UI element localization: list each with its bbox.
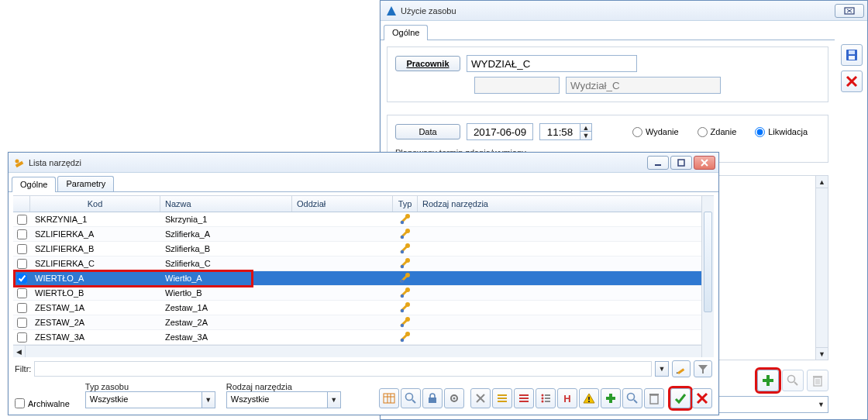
table-row[interactable]: ZESTAW_2AZestaw_2A <box>13 315 714 330</box>
tb-columns[interactable] <box>379 388 399 408</box>
minimize-button[interactable] <box>647 156 669 170</box>
hscroll-left[interactable]: ◀ <box>13 346 26 358</box>
table-row[interactable]: SZLIFIERKA_BSzlifierka_B <box>13 242 714 256</box>
titlebar[interactable]: Użycie zasobu <box>381 1 867 21</box>
time-up[interactable]: ▲ <box>580 124 591 132</box>
table-row[interactable]: ZESTAW_1AZestaw_1A <box>13 301 714 315</box>
svg-point-26 <box>405 229 410 233</box>
table-row[interactable]: ZESTAW_3AZestaw_3A <box>13 330 714 345</box>
scroll-down[interactable]: ▼ <box>816 347 828 360</box>
h-icon: H <box>563 393 570 405</box>
cancel-button[interactable] <box>841 71 863 92</box>
tb-list2[interactable] <box>514 388 534 408</box>
filter-edit-button[interactable] <box>672 360 691 377</box>
add-item-button[interactable] <box>757 370 779 391</box>
svg-rect-56 <box>498 394 507 396</box>
table-row[interactable]: SKRZYNIA_1Skrzynia_1 <box>13 212 714 227</box>
col-rodzaj[interactable]: Rodzaj narzędzia <box>418 196 714 212</box>
tb-warn[interactable] <box>579 388 599 408</box>
radio-likwidacja[interactable]: Likwidacja <box>755 127 808 137</box>
cell-nazwa: Wiertło_B <box>160 288 292 298</box>
filter-dropdown[interactable]: ▼ <box>655 361 669 377</box>
app-icon <box>385 5 398 17</box>
radio-wydanie[interactable]: Wydanie <box>632 127 679 137</box>
archival-checkbox[interactable]: Archiwalne <box>15 398 70 408</box>
col-typ[interactable]: Typ <box>393 196 418 212</box>
cell-nazwa: Zestaw_3A <box>160 332 292 342</box>
filter-input[interactable] <box>34 361 652 377</box>
tab-bar: Ogólne <box>381 21 835 40</box>
bullets-icon <box>539 392 552 405</box>
tb-add[interactable] <box>601 388 621 408</box>
table-row[interactable]: WIERTŁO_AWiertło_A <box>13 271 714 286</box>
time-field[interactable] <box>539 123 580 140</box>
tb-del[interactable] <box>644 388 664 408</box>
filter-funnel-button[interactable] <box>694 360 712 377</box>
cell-typ-icon <box>393 213 418 225</box>
tb-list3[interactable] <box>536 388 556 408</box>
window-close-button[interactable] <box>835 4 864 18</box>
rodzaj-combo[interactable]: Wszystkie ▼ <box>226 391 341 408</box>
rodzaj-arrow[interactable]: ▼ <box>327 391 341 408</box>
scroll-up[interactable]: ▲ <box>816 176 828 188</box>
data-button[interactable]: Data <box>395 124 460 139</box>
tb-confirm[interactable] <box>670 388 691 408</box>
svg-point-11 <box>788 376 795 383</box>
row-checkbox[interactable] <box>13 227 30 242</box>
col-nazwa[interactable]: Nazwa <box>160 196 292 212</box>
rodzaj-label: Rodzaj narzędzia <box>226 382 341 391</box>
tb-lock[interactable] <box>422 388 443 408</box>
time-stepper[interactable]: ▲ ▼ <box>539 123 592 140</box>
grid-hscroll[interactable]: ◀ ▶ <box>13 345 714 357</box>
table-row[interactable]: WIERTŁO_BWiertło_B <box>13 286 714 301</box>
table-row[interactable]: SZLIFIERKA_CSzlifierka_C <box>13 256 714 271</box>
search-item-button[interactable] <box>782 370 804 391</box>
radio-zdanie[interactable]: Zdanie <box>698 127 737 137</box>
row-checkbox[interactable] <box>13 315 30 330</box>
table-row[interactable]: SZLIFIERKA_ASzlifierka_A <box>13 227 714 242</box>
typ-zasobu-combo[interactable]: Wszystkie ▼ <box>85 391 215 408</box>
tb-gear[interactable] <box>444 388 464 408</box>
tab-parametry[interactable]: Parametry <box>57 176 114 191</box>
grid-vscroll[interactable] <box>701 196 714 357</box>
tb-tools[interactable] <box>470 388 491 408</box>
cell-kod: WIERTŁO_A <box>30 274 160 283</box>
tb-search[interactable] <box>622 388 642 408</box>
svg-point-34 <box>405 287 410 292</box>
typ-zasobu-arrow[interactable]: ▼ <box>202 391 215 408</box>
delete-item-button[interactable] <box>807 370 828 391</box>
tab-bar: Ogólne Parametry <box>9 173 718 192</box>
tb-zoom[interactable] <box>401 388 421 408</box>
cell-nazwa: Zestaw_1A <box>160 303 292 312</box>
tb-cancel[interactable] <box>692 388 712 408</box>
warning-icon <box>583 392 595 405</box>
svg-line-74 <box>634 400 637 403</box>
col-oddzial[interactable]: Oddział <box>292 196 393 212</box>
svg-point-37 <box>401 309 404 312</box>
save-button[interactable] <box>841 44 863 66</box>
row-checkbox[interactable] <box>13 286 30 301</box>
maximize-button[interactable] <box>670 156 692 170</box>
tb-hist[interactable]: H <box>557 388 577 408</box>
close-button[interactable] <box>694 156 715 170</box>
tab-ogolne[interactable]: Ogólne <box>12 177 56 192</box>
col-check[interactable] <box>13 196 30 212</box>
col-kod[interactable]: Kod <box>30 196 160 212</box>
row-checkbox[interactable] <box>13 256 30 271</box>
pracownik-field[interactable] <box>467 55 637 72</box>
row-checkbox[interactable] <box>13 301 30 315</box>
svg-point-38 <box>405 317 410 322</box>
row-checkbox[interactable] <box>13 242 30 256</box>
row-checkbox[interactable] <box>13 212 30 227</box>
app-icon <box>13 157 26 169</box>
tb-list1[interactable] <box>492 388 512 408</box>
row-checkbox[interactable] <box>13 330 30 345</box>
titlebar[interactable]: Lista narzędzi <box>9 153 718 173</box>
date-field[interactable] <box>467 123 533 140</box>
time-down[interactable]: ▼ <box>580 132 591 139</box>
svg-point-29 <box>401 250 404 253</box>
pracownik-button[interactable]: Pracownik <box>395 56 460 71</box>
row-checkbox[interactable] <box>13 271 30 286</box>
vertical-scrollbar[interactable]: ▲ ▼ <box>815 176 828 360</box>
tab-ogolne[interactable]: Ogólne <box>384 25 428 40</box>
